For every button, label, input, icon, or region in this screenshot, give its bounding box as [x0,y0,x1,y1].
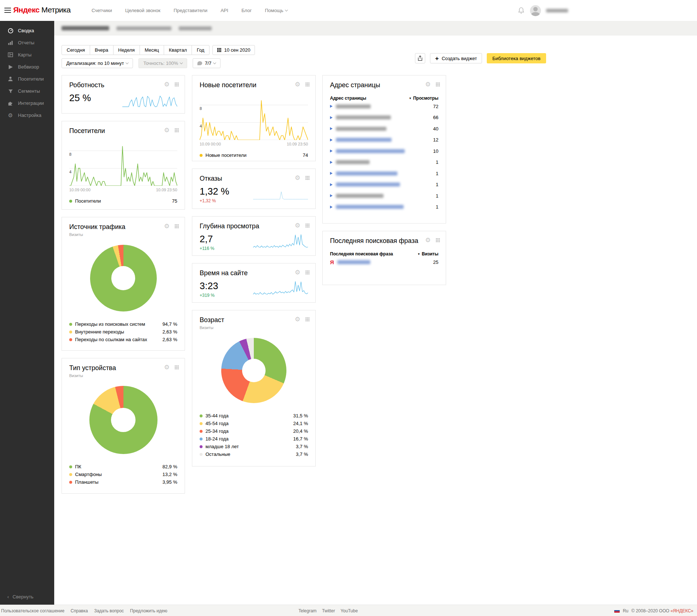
create-widget-button[interactable]: +Создать виджет [430,53,482,63]
table-row[interactable]: 40 [330,123,438,134]
widget-settings-gear-icon[interactable]: ⚙ [425,81,431,88]
widget-drag-handle-icon[interactable] [175,224,179,228]
legend-item[interactable]: Планшеты3,95 % [69,478,177,486]
widget-title: Глубина просмотра [200,222,308,230]
table-row[interactable]: 1 [330,202,438,213]
visitors-total: 75 [172,198,177,204]
period-quarter-button[interactable]: Квартал [164,45,192,55]
table-row[interactable]: 66 [330,112,438,123]
widget-drag-handle-icon[interactable] [436,238,440,242]
widget-drag-handle-icon[interactable] [436,82,440,86]
visitors-legend[interactable]: Посетители 75 [69,198,177,204]
period-today-button[interactable]: Сегодня [62,45,90,55]
footer-link-agreement[interactable]: Пользовательское соглашение [1,608,64,613]
footer-link-twitter[interactable]: Twitter [322,608,335,613]
yandex-metrica-logo[interactable]: Яндекс Метрика [13,5,71,14]
nav-item-target-call[interactable]: Целевой звонок [125,8,160,13]
sidebar-item-maps[interactable]: Карты [0,49,54,61]
sort-column-visits[interactable]: ▼Визиты [418,251,438,257]
legend-item[interactable]: Смартфоны13,2 % [69,471,177,478]
nav-item-api[interactable]: API [220,8,228,13]
sort-column-views[interactable]: ▼Просмотры [409,96,438,101]
new-visitors-legend[interactable]: Новые посетители 74 [200,152,308,158]
widget-drag-handle-icon[interactable] [305,224,309,228]
detalization-dropdown[interactable]: Детализация: по 10 минут [62,58,133,68]
widget-drag-handle-icon[interactable] [305,176,309,180]
legend-item[interactable]: 25-34 года20,4 % [200,427,308,435]
widget-drag-handle-icon[interactable] [175,128,179,132]
integrations-puzzle-icon [7,100,14,106]
widget-settings-gear-icon[interactable]: ⚙ [164,81,170,88]
comments-dropdown[interactable]: 7/7 [193,58,220,68]
legend-item[interactable]: ПК82,9 % [69,463,177,471]
widget-settings-gear-icon[interactable]: ⚙ [295,316,300,322]
footer-link-telegram[interactable]: Telegram [299,608,316,613]
notifications-bell-icon[interactable] [518,7,525,14]
widget-drag-handle-icon[interactable] [175,82,179,86]
footer-link-help[interactable]: Справка [71,608,88,613]
widget-drag-handle-icon[interactable] [175,365,179,369]
table-row[interactable]: 1 [330,190,438,202]
footer-link-youtube[interactable]: YouTube [341,608,358,613]
period-week-button[interactable]: Неделя [113,45,140,55]
sidebar-item-reports[interactable]: Отчеты [0,37,54,49]
table-row[interactable]: 1 [330,157,438,168]
sidebar-item-webvisor[interactable]: Вебвизор [0,61,54,73]
period-month-button[interactable]: Месяц [140,45,164,55]
top-nav-right [518,0,568,21]
widget-settings-gear-icon[interactable]: ⚙ [295,81,300,88]
footer-link-suggest-idea[interactable]: Предложить идею [130,608,167,613]
widget-settings-gear-icon[interactable]: ⚙ [164,127,170,133]
widget-drag-handle-icon[interactable] [305,82,309,86]
export-button[interactable] [415,53,425,63]
date-picker-button[interactable]: 10 сен 2020 [212,45,255,55]
nav-item-blog[interactable]: Блог [241,8,252,13]
footer-links: Пользовательское соглашение Справка Зада… [1,605,167,616]
legend-dot [69,465,72,468]
period-segmented-control: Сегодня Вчера Неделя Месяц Квартал Год [62,45,210,55]
table-row[interactable]: Я 25 [330,257,438,268]
accuracy-dropdown[interactable]: Точность: 100% [138,58,187,68]
nav-item-counters[interactable]: Счетчики [92,8,112,13]
widget-drag-handle-icon[interactable] [305,270,309,274]
widget-title: Посетители [69,127,177,135]
widget-settings-gear-icon[interactable]: ⚙ [295,222,300,229]
legend-item[interactable]: 18-24 года16,7 % [200,435,308,443]
sidebar-item-visitors[interactable]: Посетители [0,73,54,85]
widget-settings-gear-icon[interactable]: ⚙ [425,237,431,243]
user-avatar[interactable] [530,5,541,16]
period-yesterday-button[interactable]: Вчера [90,45,114,55]
sidebar-item-integrations[interactable]: Интеграции [0,97,54,109]
table-row[interactable]: 10 [330,145,438,157]
legend-item[interactable]: 45-54 года24,1 % [200,420,308,427]
legend-item[interactable]: Переходы по ссылкам на сайтах2,63 % [69,336,177,343]
widget-settings-gear-icon[interactable]: ⚙ [295,269,300,276]
hamburger-menu-icon[interactable] [4,8,11,13]
footer-link-ask-question[interactable]: Задать вопрос [94,608,124,613]
sidebar-collapse-button[interactable]: ‹Свернуть [7,594,33,600]
language-switcher[interactable]: Ru [623,608,628,613]
nav-item-representatives[interactable]: Представители [174,8,207,13]
counter-name-redacted[interactable] [62,26,109,30]
widget-library-button[interactable]: Библиотека виджетов [487,53,546,63]
widget-settings-gear-icon[interactable]: ⚙ [164,223,170,229]
table-row[interactable]: 12 [330,134,438,146]
sidebar-item-segments[interactable]: Сегменты [0,85,54,97]
expand-triangle-icon [330,206,333,209]
table-row[interactable]: 1 [330,179,438,191]
widget-subtitle: Визиты [200,325,308,330]
sidebar-item-summary[interactable]: Сводка [0,25,54,37]
table-row[interactable]: 1 [330,168,438,179]
nav-item-help[interactable]: Помощь [265,8,288,13]
legend-item[interactable]: Остальные3,7 % [200,450,308,458]
period-year-button[interactable]: Год [192,45,210,55]
legend-item[interactable]: Внутренние переходы2,63 % [69,328,177,336]
table-row[interactable]: 72 [330,101,438,112]
widget-drag-handle-icon[interactable] [305,317,309,321]
legend-item[interactable]: 35-44 года31,5 % [200,412,308,420]
legend-item[interactable]: Переходы из поисковых систем94,7 % [69,320,177,328]
widget-settings-gear-icon[interactable]: ⚙ [295,175,300,181]
legend-item[interactable]: младше 18 лет3,7 % [200,443,308,450]
widget-settings-gear-icon[interactable]: ⚙ [164,364,170,370]
sidebar-item-settings[interactable]: ⚙ Настройка [0,109,54,121]
